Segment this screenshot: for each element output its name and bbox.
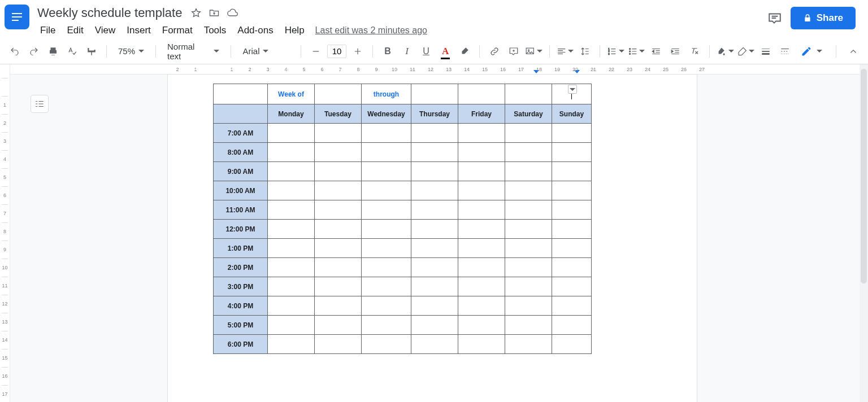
time-label[interactable]: 11:00 AM bbox=[214, 200, 268, 220]
schedule-cell[interactable] bbox=[362, 277, 411, 296]
time-label[interactable]: 1:00 PM bbox=[214, 239, 268, 258]
day-header[interactable]: Saturday bbox=[505, 104, 552, 124]
time-label[interactable]: 10:00 AM bbox=[214, 181, 268, 200]
schedule-cell[interactable] bbox=[552, 124, 592, 143]
schedule-cell[interactable] bbox=[552, 220, 592, 239]
schedule-cell[interactable] bbox=[505, 124, 552, 143]
font-size-input[interactable] bbox=[327, 45, 346, 58]
schedule-cell[interactable] bbox=[315, 200, 362, 220]
border-color-icon[interactable] bbox=[737, 43, 755, 59]
zoom-select[interactable]: 75% bbox=[114, 43, 149, 59]
add-comment-icon[interactable] bbox=[506, 43, 522, 59]
schedule-cell[interactable] bbox=[315, 316, 362, 335]
schedule-cell[interactable] bbox=[458, 239, 505, 258]
schedule-cell[interactable] bbox=[505, 181, 552, 200]
numbered-list-icon[interactable]: 123 bbox=[607, 43, 624, 59]
table-column-handle-icon[interactable] bbox=[568, 85, 577, 94]
schedule-cell[interactable] bbox=[505, 239, 552, 258]
collapse-toolbar-icon[interactable] bbox=[845, 43, 861, 59]
schedule-cell[interactable] bbox=[411, 239, 458, 258]
schedule-table[interactable]: Week of through Monday Tuesday Wednesday bbox=[213, 84, 592, 354]
schedule-cell[interactable] bbox=[505, 296, 552, 316]
schedule-cell[interactable] bbox=[411, 296, 458, 316]
spellcheck-icon[interactable] bbox=[64, 43, 80, 59]
decrease-indent-icon[interactable] bbox=[648, 43, 664, 59]
editing-mode-button[interactable] bbox=[796, 43, 827, 59]
highlight-color-icon[interactable] bbox=[457, 43, 472, 59]
cell-fill-icon[interactable] bbox=[717, 43, 734, 59]
day-header[interactable]: Thursday bbox=[411, 104, 458, 124]
schedule-cell[interactable] bbox=[552, 335, 592, 354]
schedule-cell[interactable] bbox=[411, 200, 458, 220]
schedule-cell[interactable] bbox=[411, 316, 458, 335]
schedule-cell[interactable] bbox=[268, 143, 315, 162]
schedule-cell[interactable] bbox=[552, 316, 592, 335]
schedule-cell[interactable] bbox=[505, 162, 552, 181]
align-icon[interactable] bbox=[557, 43, 574, 59]
comments-history-icon[interactable] bbox=[767, 10, 783, 26]
menu-edit[interactable]: Edit bbox=[62, 23, 88, 38]
menu-tools[interactable]: Tools bbox=[199, 23, 232, 38]
schedule-cell[interactable] bbox=[362, 316, 411, 335]
underline-icon[interactable]: U bbox=[418, 43, 434, 59]
schedule-cell[interactable] bbox=[315, 296, 362, 316]
schedule-cell[interactable] bbox=[268, 277, 315, 296]
time-label[interactable]: 5:00 PM bbox=[214, 316, 268, 335]
time-label[interactable]: 8:00 AM bbox=[214, 143, 268, 162]
move-folder-icon[interactable] bbox=[208, 7, 220, 19]
schedule-cell[interactable] bbox=[552, 239, 592, 258]
decrease-font-icon[interactable] bbox=[308, 43, 324, 59]
schedule-cell[interactable] bbox=[458, 335, 505, 354]
schedule-cell[interactable] bbox=[505, 316, 552, 335]
schedule-cell[interactable] bbox=[505, 220, 552, 239]
time-label[interactable]: 2:00 PM bbox=[214, 258, 268, 277]
schedule-cell[interactable] bbox=[552, 143, 592, 162]
time-label[interactable]: 7:00 AM bbox=[214, 124, 268, 143]
menu-help[interactable]: Help bbox=[280, 23, 310, 38]
schedule-cell[interactable] bbox=[268, 200, 315, 220]
schedule-cell[interactable] bbox=[362, 258, 411, 277]
last-edit-link[interactable]: Last edit was 2 minutes ago bbox=[315, 25, 427, 36]
document-title[interactable]: Weekly schedule template bbox=[35, 5, 184, 21]
schedule-cell[interactable] bbox=[411, 162, 458, 181]
schedule-cell[interactable] bbox=[362, 200, 411, 220]
schedule-cell[interactable] bbox=[362, 220, 411, 239]
schedule-cell[interactable] bbox=[315, 239, 362, 258]
schedule-cell[interactable] bbox=[458, 143, 505, 162]
schedule-cell[interactable] bbox=[268, 162, 315, 181]
schedule-cell[interactable] bbox=[362, 239, 411, 258]
schedule-cell[interactable] bbox=[458, 316, 505, 335]
schedule-cell[interactable] bbox=[458, 181, 505, 200]
schedule-cell[interactable] bbox=[411, 335, 458, 354]
schedule-cell[interactable] bbox=[458, 220, 505, 239]
italic-icon[interactable]: I bbox=[399, 43, 415, 59]
schedule-cell[interactable] bbox=[411, 277, 458, 296]
day-header[interactable]: Sunday bbox=[552, 104, 592, 124]
print-icon[interactable] bbox=[45, 43, 61, 59]
increase-indent-icon[interactable] bbox=[667, 43, 683, 59]
schedule-cell[interactable] bbox=[362, 143, 411, 162]
schedule-cell[interactable] bbox=[268, 296, 315, 316]
schedule-cell[interactable] bbox=[458, 162, 505, 181]
border-width-icon[interactable] bbox=[758, 43, 774, 59]
schedule-cell[interactable] bbox=[505, 335, 552, 354]
schedule-cell[interactable] bbox=[505, 258, 552, 277]
schedule-cell[interactable] bbox=[268, 316, 315, 335]
docs-app-icon[interactable] bbox=[5, 5, 29, 29]
schedule-cell[interactable] bbox=[362, 162, 411, 181]
schedule-cell[interactable] bbox=[268, 258, 315, 277]
paint-format-icon[interactable] bbox=[84, 43, 99, 59]
schedule-cell[interactable] bbox=[411, 124, 458, 143]
bulleted-list-icon[interactable] bbox=[628, 43, 645, 59]
insert-image-icon[interactable] bbox=[525, 43, 542, 59]
through-label[interactable]: through bbox=[362, 84, 411, 104]
redo-icon[interactable] bbox=[26, 43, 42, 59]
schedule-cell[interactable] bbox=[315, 220, 362, 239]
schedule-cell[interactable] bbox=[411, 258, 458, 277]
time-label[interactable]: 3:00 PM bbox=[214, 277, 268, 296]
schedule-cell[interactable] bbox=[411, 181, 458, 200]
font-family-select[interactable]: Arial bbox=[238, 43, 294, 59]
schedule-cell[interactable] bbox=[268, 335, 315, 354]
schedule-cell[interactable] bbox=[458, 124, 505, 143]
clear-format-icon[interactable] bbox=[687, 43, 702, 59]
